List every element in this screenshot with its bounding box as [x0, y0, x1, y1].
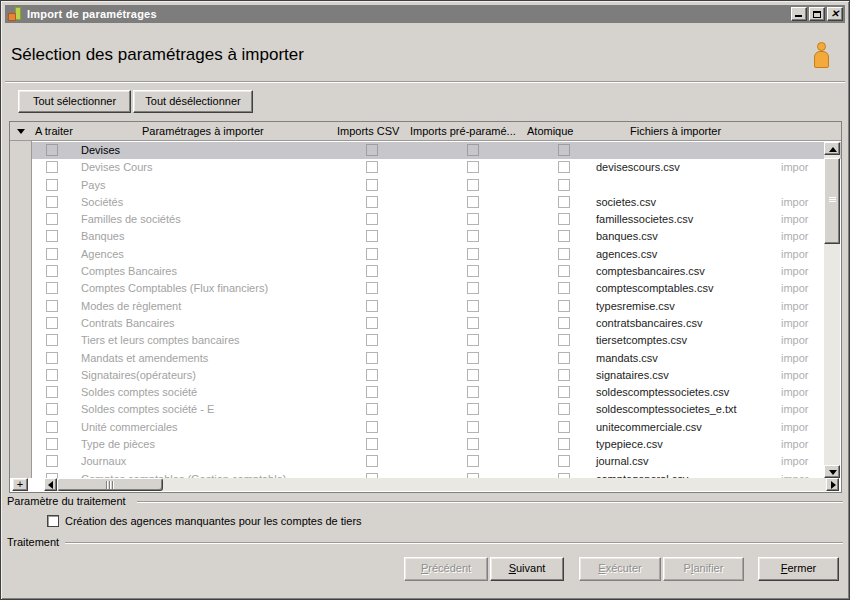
atomique-checkbox[interactable] [558, 421, 570, 433]
row-select-checkbox[interactable] [46, 403, 58, 415]
close-button[interactable]: ✕ [827, 7, 843, 21]
atomique-checkbox[interactable] [558, 455, 570, 467]
atomique-checkbox[interactable] [558, 282, 570, 294]
imports-csv-checkbox[interactable] [366, 421, 378, 433]
select-all-button[interactable]: Tout sélectionner [18, 90, 131, 113]
imports-csv-checkbox[interactable] [366, 196, 378, 208]
table-row[interactable]: Mandats et amendementsmandats.csvimpor [10, 350, 841, 367]
imports-csv-checkbox[interactable] [366, 317, 378, 329]
table-row[interactable]: Soldes comptes sociétésoldescomptessocie… [10, 384, 841, 401]
person-icon[interactable] [812, 42, 832, 69]
imports-csv-checkbox[interactable] [366, 248, 378, 260]
schedule-button[interactable]: Planifier [663, 557, 744, 581]
imports-csv-checkbox[interactable] [366, 386, 378, 398]
vertical-scroll-thumb[interactable] [824, 158, 840, 244]
deselect-all-button[interactable]: Tout désélectionner [133, 90, 253, 113]
imports-preparam-checkbox[interactable] [467, 144, 479, 156]
imports-preparam-checkbox[interactable] [467, 386, 479, 398]
scroll-left-button[interactable] [44, 478, 57, 491]
imports-csv-checkbox[interactable] [366, 144, 378, 156]
imports-preparam-checkbox[interactable] [467, 282, 479, 294]
row-select-checkbox[interactable] [46, 265, 58, 277]
vertical-scrollbar[interactable] [824, 142, 840, 478]
table-row[interactable]: Devises Coursdevisescours.csvimpor [10, 159, 841, 176]
imports-preparam-checkbox[interactable] [467, 213, 479, 225]
atomique-checkbox[interactable] [558, 369, 570, 381]
atomique-checkbox[interactable] [558, 352, 570, 364]
atomique-checkbox[interactable] [558, 386, 570, 398]
row-select-checkbox[interactable] [46, 248, 58, 260]
imports-preparam-checkbox[interactable] [467, 179, 479, 191]
table-row[interactable]: Sociétéssocietes.csvimpor [10, 194, 841, 211]
table-row[interactable]: Devises [10, 142, 841, 159]
imports-preparam-checkbox[interactable] [467, 300, 479, 312]
imports-csv-checkbox[interactable] [366, 179, 378, 191]
col-header-imports-csv[interactable]: Imports CSV [337, 125, 399, 137]
create-agencies-checkbox[interactable] [47, 515, 59, 527]
row-select-checkbox[interactable] [46, 352, 58, 364]
row-select-checkbox[interactable] [46, 369, 58, 381]
table-row[interactable]: Unité commercialesunitecommerciale.csvim… [10, 419, 841, 436]
row-select-checkbox[interactable] [46, 386, 58, 398]
next-button[interactable]: Suivant [490, 557, 564, 581]
table-row[interactable]: Comptes Comptables (Flux financiers)comp… [10, 280, 841, 297]
minimize-button[interactable] [791, 7, 807, 21]
atomique-checkbox[interactable] [558, 317, 570, 329]
horizontal-scroll-thumb[interactable] [57, 478, 163, 491]
imports-csv-checkbox[interactable] [366, 300, 378, 312]
col-header-parametrages[interactable]: Paramétrages à importer [142, 125, 264, 137]
atomique-checkbox[interactable] [558, 196, 570, 208]
col-header-a-traiter[interactable]: A traiter [35, 125, 73, 137]
table-row[interactable]: Type de piècestypepiece.csvimpor [10, 436, 841, 453]
imports-csv-checkbox[interactable] [366, 455, 378, 467]
atomique-checkbox[interactable] [558, 248, 570, 260]
scroll-right-button[interactable] [826, 478, 839, 491]
row-select-checkbox[interactable] [46, 455, 58, 467]
table-row[interactable]: Contrats Bancairescontratsbancaires.csvi… [10, 315, 841, 332]
previous-button[interactable]: Précédent [404, 557, 488, 581]
col-header-atomique[interactable]: Atomique [527, 125, 573, 137]
atomique-checkbox[interactable] [558, 403, 570, 415]
expand-plus-button[interactable]: + [12, 478, 28, 491]
scroll-down-button[interactable] [824, 465, 840, 478]
atomique-checkbox[interactable] [558, 179, 570, 191]
table-row[interactable]: Tiers et leurs comptes bancairestiersetc… [10, 332, 841, 349]
imports-preparam-checkbox[interactable] [467, 369, 479, 381]
imports-csv-checkbox[interactable] [366, 334, 378, 346]
imports-preparam-checkbox[interactable] [467, 161, 479, 173]
imports-csv-checkbox[interactable] [366, 213, 378, 225]
atomique-checkbox[interactable] [558, 213, 570, 225]
imports-preparam-checkbox[interactable] [467, 196, 479, 208]
imports-preparam-checkbox[interactable] [467, 334, 479, 346]
col-header-imports-preparametres[interactable]: Imports pré-paramé... [410, 125, 516, 137]
imports-preparam-checkbox[interactable] [467, 403, 479, 415]
imports-preparam-checkbox[interactable] [467, 421, 479, 433]
imports-csv-checkbox[interactable] [366, 161, 378, 173]
table-row[interactable]: Journauxjournal.csvimpor [10, 453, 841, 470]
imports-preparam-checkbox[interactable] [467, 317, 479, 329]
atomique-checkbox[interactable] [558, 300, 570, 312]
horizontal-scrollbar[interactable] [44, 478, 839, 491]
column-filter-dropdown-icon[interactable] [17, 129, 25, 134]
atomique-checkbox[interactable] [558, 144, 570, 156]
row-select-checkbox[interactable] [46, 230, 58, 242]
imports-csv-checkbox[interactable] [366, 403, 378, 415]
table-row[interactable]: Familles de sociétésfamillessocietes.csv… [10, 211, 841, 228]
imports-preparam-checkbox[interactable] [467, 438, 479, 450]
table-row[interactable]: Signataires(opérateurs)signataires.csvim… [10, 367, 841, 384]
table-row[interactable]: Modes de règlementtypesremise.csvimpor [10, 298, 841, 315]
imports-csv-checkbox[interactable] [366, 230, 378, 242]
scroll-up-button[interactable] [824, 142, 840, 155]
table-row[interactable]: Soldes comptes société - Esoldescomptess… [10, 401, 841, 418]
imports-csv-checkbox[interactable] [366, 438, 378, 450]
imports-preparam-checkbox[interactable] [467, 230, 479, 242]
table-row[interactable]: Comptes comptables (Gestion comptable)co… [10, 471, 841, 478]
imports-preparam-checkbox[interactable] [467, 265, 479, 277]
row-select-checkbox[interactable] [46, 144, 58, 156]
imports-csv-checkbox[interactable] [366, 352, 378, 364]
row-select-checkbox[interactable] [46, 421, 58, 433]
row-select-checkbox[interactable] [46, 438, 58, 450]
table-row[interactable]: Pays [10, 177, 841, 194]
table-row[interactable]: Agencesagences.csvimpor [10, 246, 841, 263]
imports-preparam-checkbox[interactable] [467, 455, 479, 467]
